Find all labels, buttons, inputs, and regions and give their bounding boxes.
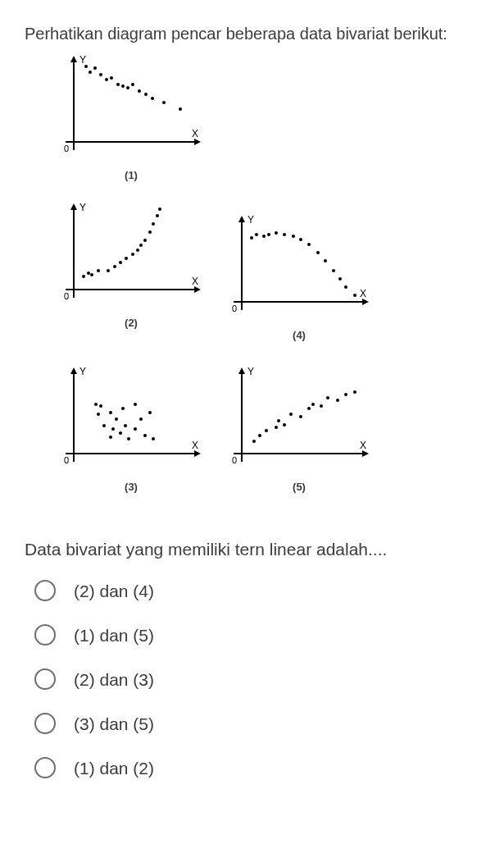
svg-point-58: [292, 235, 295, 238]
svg-point-18: [144, 93, 148, 96]
svg-marker-2: [70, 56, 77, 62]
svg-point-85: [127, 437, 130, 440]
svg-point-84: [124, 424, 127, 427]
svg-marker-3: [194, 139, 201, 145]
option-e[interactable]: (1) dan (2): [34, 757, 479, 778]
svg-point-53: [255, 233, 258, 236]
option-a[interactable]: (2) dan (4): [34, 580, 479, 601]
svg-text:0: 0: [64, 455, 69, 465]
chart-5-label: (5): [225, 481, 373, 493]
svg-point-37: [131, 253, 134, 256]
svg-point-105: [289, 413, 293, 416]
svg-point-60: [307, 243, 311, 246]
svg-point-108: [311, 403, 315, 406]
option-b-label: (1) dan (5): [74, 627, 154, 644]
intro-text: Perhatikan diagram pencar beberapa data …: [25, 25, 479, 43]
svg-point-89: [143, 434, 147, 437]
svg-point-80: [111, 427, 115, 431]
svg-point-57: [283, 233, 286, 236]
svg-point-31: [90, 273, 93, 276]
svg-point-16: [131, 83, 134, 86]
svg-text:X: X: [192, 276, 198, 287]
svg-point-42: [152, 222, 155, 226]
svg-point-65: [344, 285, 347, 289]
svg-point-109: [320, 404, 323, 408]
svg-point-86: [134, 403, 137, 406]
svg-point-13: [116, 83, 120, 86]
svg-point-10: [99, 73, 102, 76]
option-c[interactable]: (2) dan (3): [34, 668, 479, 690]
scatter-plot-4: Y X 0: [225, 212, 373, 318]
question-text: Data bivariat yang memiliki tern linear …: [25, 540, 471, 559]
svg-point-81: [115, 417, 118, 421]
svg-marker-95: [362, 450, 369, 457]
svg-point-40: [143, 239, 147, 242]
svg-point-7: [84, 65, 88, 68]
svg-point-100: [258, 434, 261, 437]
svg-point-82: [119, 431, 122, 435]
option-d-label: (3) dan (5): [74, 715, 154, 732]
svg-point-43: [156, 214, 159, 217]
svg-text:Y: Y: [79, 54, 86, 66]
charts-container: Y X 0 (1) Y X 0: [41, 52, 402, 519]
svg-point-87: [134, 427, 137, 431]
radio-icon: [34, 668, 56, 690]
svg-text:X: X: [360, 288, 366, 299]
svg-point-63: [332, 269, 335, 272]
svg-text:0: 0: [64, 291, 69, 301]
svg-point-34: [113, 265, 116, 268]
svg-point-76: [99, 404, 102, 408]
svg-point-17: [138, 89, 141, 93]
svg-marker-94: [238, 367, 245, 374]
option-d[interactable]: (3) dan (5): [34, 713, 479, 734]
svg-point-29: [82, 275, 85, 278]
svg-point-112: [344, 393, 347, 396]
option-c-label: (2) dan (3): [74, 671, 154, 688]
svg-point-83: [121, 407, 125, 410]
chart-3-label: (3): [57, 481, 205, 493]
svg-point-64: [338, 277, 342, 281]
svg-point-21: [179, 107, 182, 111]
svg-point-62: [324, 259, 327, 262]
option-a-label: (2) dan (4): [74, 582, 154, 600]
option-b[interactable]: (1) dan (5): [34, 624, 479, 646]
scatter-plot-2: Y X 0: [57, 199, 205, 306]
svg-point-12: [110, 76, 113, 80]
chart-4: Y X 0 (4): [225, 212, 373, 326]
svg-point-75: [97, 413, 100, 416]
svg-text:Y: Y: [247, 366, 254, 377]
chart-3: Y X 0 (3): [57, 363, 205, 478]
svg-point-15: [126, 86, 129, 89]
svg-marker-47: [238, 216, 245, 222]
svg-point-35: [119, 261, 122, 264]
svg-point-101: [265, 429, 268, 432]
scatter-plot-5: Y X 0: [225, 363, 373, 470]
svg-text:X: X: [192, 128, 198, 139]
svg-point-99: [252, 440, 256, 443]
svg-point-110: [326, 396, 329, 399]
svg-marker-69: [70, 367, 77, 374]
svg-point-8: [89, 71, 92, 74]
svg-point-41: [148, 230, 152, 234]
svg-marker-24: [70, 203, 77, 210]
svg-text:Y: Y: [79, 366, 86, 377]
svg-point-102: [275, 426, 278, 429]
svg-text:X: X: [192, 440, 198, 451]
svg-marker-70: [194, 450, 201, 457]
svg-point-36: [125, 257, 128, 260]
svg-text:Y: Y: [79, 202, 86, 213]
chart-4-label: (4): [225, 329, 373, 341]
chart-5: Y X 0 (5): [225, 363, 373, 478]
svg-marker-25: [194, 286, 201, 293]
svg-point-111: [336, 399, 339, 402]
radio-icon: [34, 624, 56, 646]
svg-point-52: [250, 236, 253, 240]
svg-point-66: [353, 294, 356, 297]
chart-2: Y X 0 (2): [57, 199, 205, 314]
svg-point-56: [275, 231, 278, 235]
svg-point-9: [93, 66, 97, 70]
svg-marker-48: [362, 299, 369, 305]
svg-point-79: [109, 436, 112, 439]
svg-point-32: [97, 269, 100, 272]
svg-point-91: [152, 437, 155, 440]
